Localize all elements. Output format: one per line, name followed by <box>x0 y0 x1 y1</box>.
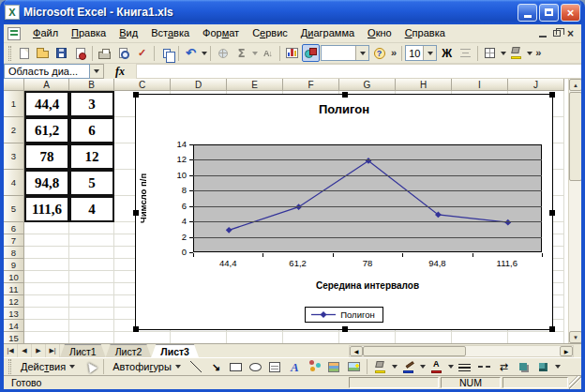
search-button[interactable] <box>71 44 89 62</box>
line-style-button[interactable] <box>456 358 473 376</box>
menu-view[interactable]: Вид <box>112 25 144 41</box>
scroll-right-button[interactable]: ▶ <box>560 346 573 356</box>
selection-handle[interactable] <box>549 326 555 332</box>
sort-ascending-button[interactable] <box>259 44 277 62</box>
font-color-button[interactable] <box>428 358 445 376</box>
selection-handle[interactable] <box>133 326 139 332</box>
font-color-dropdown-icon[interactable] <box>448 365 454 369</box>
cell[interactable] <box>452 332 508 343</box>
data-cell-B2[interactable]: 6 <box>69 117 114 143</box>
horizontal-scrollbar[interactable]: ◀ ▶ <box>349 345 574 357</box>
column-header-J[interactable]: J <box>508 79 564 91</box>
close-button[interactable]: × <box>561 4 580 22</box>
cell[interactable] <box>171 332 227 343</box>
legend-box[interactable]: Полигон <box>305 307 383 323</box>
cell[interactable] <box>69 222 114 234</box>
chart-wizard-button[interactable] <box>283 44 301 62</box>
scroll-left-button[interactable]: ◀ <box>350 346 363 356</box>
column-header-F[interactable]: F <box>283 79 339 91</box>
column-header-C[interactable]: C <box>114 79 171 91</box>
chart-title[interactable]: Полигон <box>136 102 552 116</box>
maximize-button[interactable] <box>539 4 559 22</box>
column-header-B[interactable]: B <box>69 79 114 91</box>
resize-grip[interactable] <box>569 376 581 389</box>
chart-legend[interactable]: Полигон <box>136 307 552 323</box>
undo-dropdown-icon[interactable] <box>202 52 207 55</box>
copy-button[interactable] <box>158 44 175 62</box>
save-button[interactable] <box>52 44 70 62</box>
menu-format[interactable]: Формат <box>196 25 246 41</box>
diagram-button[interactable] <box>306 358 323 376</box>
insert-picture-button[interactable] <box>345 358 363 376</box>
selection-handle[interactable] <box>342 92 348 98</box>
print-preview-button[interactable] <box>114 44 132 62</box>
cell[interactable] <box>69 234 114 247</box>
cell[interactable] <box>24 295 69 308</box>
toolbar-options-chevron[interactable] <box>389 48 398 58</box>
zoom-combobox[interactable] <box>321 45 369 61</box>
cell[interactable] <box>69 283 114 295</box>
selection-handle[interactable] <box>133 210 139 216</box>
previous-sheet-button[interactable]: ◀ <box>18 344 32 357</box>
row-header-5[interactable]: 5 <box>4 196 24 222</box>
threed-style-button[interactable] <box>534 358 552 376</box>
font-size-combobox[interactable]: 10 <box>405 45 437 61</box>
selection-handle[interactable] <box>549 210 555 216</box>
text-box-button[interactable] <box>266 358 284 376</box>
sheet-tab-list3[interactable]: Лист3 <box>151 344 199 357</box>
menu-help[interactable]: Справка <box>398 25 452 41</box>
chart-y-axis-title[interactable]: Чимсло п/п <box>138 144 151 252</box>
chart-x-axis-title[interactable]: Середина интервалов <box>193 280 542 291</box>
data-cell-B3[interactable]: 12 <box>69 143 114 170</box>
cell[interactable] <box>69 271 114 283</box>
menu-edit[interactable]: Правка <box>65 25 112 41</box>
last-sheet-button[interactable]: ▶| <box>46 344 60 357</box>
spelling-button[interactable] <box>133 44 151 62</box>
fill-color-button[interactable] <box>507 44 525 62</box>
menu-chart[interactable]: Диаграмма <box>294 25 361 41</box>
bold-button[interactable]: Ж <box>438 44 456 62</box>
hyperlink-button[interactable] <box>214 44 232 62</box>
open-button[interactable] <box>34 44 52 62</box>
arrow-style-button[interactable] <box>495 358 513 376</box>
column-header-I[interactable]: I <box>452 79 508 91</box>
selection-handle[interactable] <box>342 326 348 332</box>
drawbar-more-dropdown-icon[interactable] <box>555 365 561 369</box>
row-header-9[interactable]: 9 <box>4 259 24 271</box>
data-cell-A4[interactable]: 94,8 <box>24 170 69 196</box>
horizontal-scrollbar-thumb[interactable] <box>363 346 466 356</box>
dash-style-button[interactable] <box>475 358 493 376</box>
column-header-G[interactable]: G <box>339 79 396 91</box>
data-cell-A5[interactable]: 111,6 <box>24 196 69 222</box>
cell[interactable] <box>24 247 69 259</box>
sheet-tab-list2[interactable]: Лист2 <box>106 344 152 357</box>
new-button[interactable] <box>15 44 33 62</box>
fill-color-dropdown-icon[interactable] <box>527 52 532 55</box>
cell[interactable] <box>69 332 114 343</box>
row-header-2[interactable]: 2 <box>4 117 24 143</box>
shadow-style-button[interactable] <box>515 358 532 376</box>
arrow-button[interactable] <box>207 358 225 376</box>
formula-input[interactable] <box>136 64 581 79</box>
doc-restore-icon[interactable] <box>553 30 561 37</box>
clip-art-button[interactable] <box>325 358 343 376</box>
row-header-14[interactable]: 14 <box>4 320 24 332</box>
data-cell-B4[interactable]: 5 <box>69 170 114 196</box>
column-header-D[interactable]: D <box>171 79 227 91</box>
cell[interactable] <box>69 320 114 332</box>
horizontal-scrollbar-track[interactable] <box>466 346 560 356</box>
borders-button[interactable] <box>481 44 499 62</box>
chart-object[interactable]: Полигон Чимсло п/п Середина интервалов П… <box>135 94 553 330</box>
borders-dropdown-icon[interactable] <box>501 52 506 55</box>
rectangle-button[interactable] <box>227 358 245 376</box>
row-header-3[interactable]: 3 <box>4 143 24 170</box>
oval-button[interactable] <box>247 358 264 376</box>
cell[interactable] <box>24 283 69 295</box>
minimize-button[interactable] <box>518 4 537 22</box>
row-header-7[interactable]: 7 <box>4 234 24 247</box>
drawing-toolbar-button[interactable] <box>302 44 320 62</box>
fill-color-button[interactable] <box>371 358 389 376</box>
font-size-dropdown-button[interactable] <box>423 46 436 60</box>
zoom-dropdown-button[interactable] <box>355 46 368 60</box>
line-color-button[interactable] <box>399 358 417 376</box>
